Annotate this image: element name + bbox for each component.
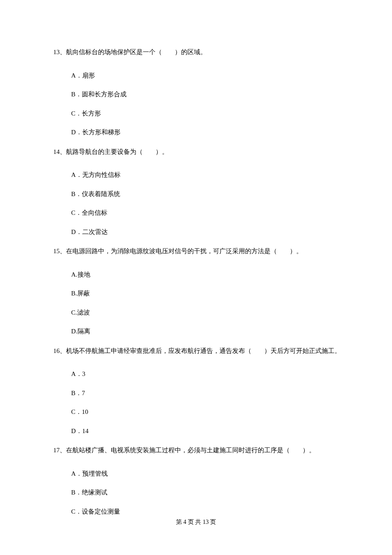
q16-option-c: C．10 (71, 407, 341, 417)
q16-option-d: D．14 (71, 426, 341, 436)
q14-option-a: A．无方向性信标 (71, 170, 341, 180)
q15-option-c: C.滤波 (71, 308, 341, 318)
q17-option-c: C．设备定位测量 (71, 507, 341, 517)
q15-option-d: D.隔离 (71, 327, 341, 336)
q14-option-d: D．二次雷达 (71, 227, 341, 237)
q14-option-b: B．仪表着陆系统 (71, 189, 341, 199)
q13-stem: 13、航向信标台的场地保护区是一个（ ）的区域。 (53, 47, 341, 58)
q14-option-c: C．全向信标 (71, 208, 341, 218)
page-footer: 第 4 页 共 13 页 (0, 518, 392, 526)
q15-stem: 15、在电源回路中，为消除电源纹波电压对信号的干扰，可广泛采用的方法是（ ）。 (53, 246, 341, 257)
q13-option-b: B．圆和长方形合成 (71, 90, 341, 99)
q17-option-a: A．预埋管线 (71, 469, 341, 479)
q13-option-d: D．长方形和梯形 (71, 127, 341, 137)
q13-option-c: C．长方形 (71, 109, 341, 119)
q15-option-a: A.接地 (71, 270, 341, 280)
q16-option-b: B．7 (71, 388, 341, 398)
q17-option-b: B．绝缘测试 (71, 488, 341, 497)
q16-option-a: A．3 (71, 369, 341, 379)
q17-stem: 17、在航站楼广播、电视系统安装施工过程中，必须与土建施工同时进行的工序是（ ）… (53, 445, 341, 456)
q16-stem: 16、机场不停航施工申请经审查批准后，应发布航行通告，通告发布（ ）天后方可开始… (53, 346, 341, 357)
q13-option-a: A．扇形 (71, 71, 341, 81)
q14-stem: 14、航路导航台的主要设备为（ ）。 (53, 147, 341, 158)
q15-option-b: B.屏蔽 (71, 289, 341, 298)
